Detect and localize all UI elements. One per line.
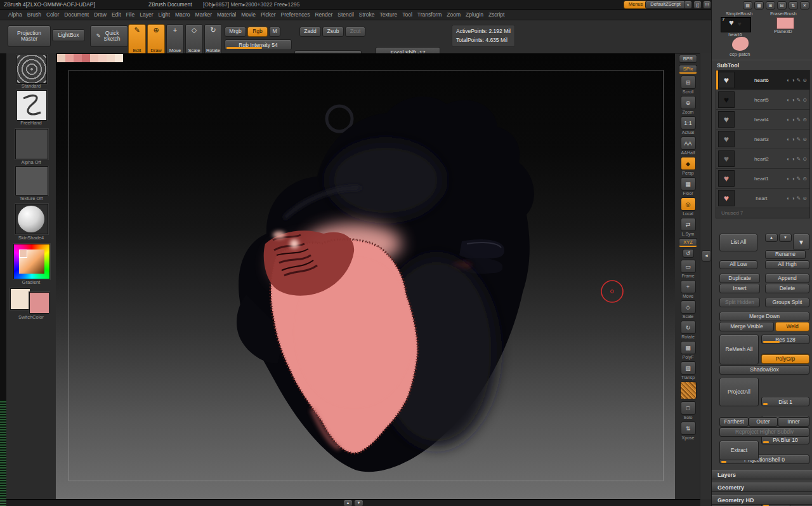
visibility-icon[interactable]: ◐ — [787, 176, 790, 182]
all-low-button[interactable]: All Low — [719, 260, 757, 269]
rgb-button[interactable]: Rgb — [247, 27, 268, 37]
farthest-button[interactable]: Farthest — [719, 417, 749, 427]
render-icon[interactable]: ◑ — [792, 97, 795, 103]
right-toolbar-item[interactable]: ⇅ Xpose — [681, 422, 696, 440]
subtool-header[interactable]: SubTool — [712, 60, 812, 70]
render-icon[interactable]: ◑ — [792, 136, 795, 142]
move-subtool-up-button[interactable]: ▲ — [765, 234, 778, 242]
render-icon[interactable]: ◑ — [792, 156, 795, 162]
ccp-patch-thumbnail[interactable] — [732, 37, 749, 51]
target-icon[interactable]: ⊙ — [802, 136, 807, 142]
polypaint-icon[interactable]: ✎ — [797, 117, 801, 123]
target-icon[interactable]: ⊙ — [802, 156, 807, 162]
polypaint-icon[interactable]: ✎ — [797, 136, 801, 142]
shadowbox-button[interactable]: ShadowBox — [719, 365, 809, 375]
inner-button[interactable]: Inner — [778, 417, 809, 427]
lightbox-button[interactable]: LightBox — [52, 29, 85, 41]
render-icon[interactable]: ◑ — [792, 117, 795, 123]
right-toolbar-item[interactable]: ◆ Persp — [681, 157, 696, 175]
palette-section-header[interactable]: Geometry — [712, 483, 812, 492]
menu-item[interactable]: Marker — [195, 11, 212, 18]
projectall-button[interactable]: ProjectAll — [719, 378, 759, 406]
edit-button[interactable]: ✎Edit — [128, 24, 146, 56]
current-brush-thumbnail[interactable] — [16, 55, 47, 84]
render-icon[interactable]: ◑ — [792, 77, 795, 83]
right-toolbar-item[interactable]: ▦ Floor — [681, 177, 696, 196]
list-all-button[interactable]: List All — [719, 234, 757, 251]
right-toolbar-item[interactable]: ▭ Frame — [681, 260, 696, 278]
right-toolbar-item[interactable]: □ Solo — [681, 401, 696, 420]
menu-item[interactable]: Texture — [379, 11, 397, 18]
scroll-up-arrow[interactable]: ▲ — [343, 500, 353, 506]
document-canvas[interactable] — [56, 53, 675, 499]
remesh-all-button[interactable]: ReMesh All — [719, 335, 759, 364]
menu-item[interactable]: File — [126, 11, 135, 18]
collapse-panel-arrow[interactable]: ◄ — [702, 250, 711, 262]
right-toolbar-item[interactable]: ⊞ Scroll — [681, 76, 696, 94]
menu-item[interactable]: Zoom — [447, 11, 461, 18]
polypaint-icon[interactable]: ✎ — [797, 176, 801, 182]
menu-item[interactable]: Document — [64, 11, 89, 18]
polypaint-icon[interactable]: ✎ — [797, 77, 801, 83]
right-toolbar-item[interactable]: BPR — [679, 55, 697, 63]
default-zscript-button[interactable]: DefaultZScript — [645, 1, 686, 9]
main-color-swatch[interactable] — [10, 288, 30, 310]
stroke-thumbnail[interactable] — [16, 90, 47, 121]
right-toolbar-item[interactable]: 1:1 Actual — [681, 116, 696, 135]
move-subtool-down-button[interactable]: ▼ — [779, 234, 792, 242]
menu-item[interactable]: Edit — [112, 11, 121, 18]
right-toolbar-item[interactable]: XYZ — [679, 238, 697, 247]
subtool-row[interactable]: ♥ heart3 ◐ ◑ ✎ ⊙ — [716, 130, 809, 149]
menu-item[interactable]: Zscript — [488, 11, 505, 18]
right-toolbar-item[interactable]: ▨ Transp — [681, 361, 696, 380]
color-picker[interactable] — [13, 244, 50, 279]
visibility-icon[interactable]: ◐ — [787, 196, 790, 201]
zadd-button[interactable]: Zadd — [299, 27, 321, 37]
subtool-row[interactable]: ♥ heart1 ◐ ◑ ✎ ⊙ — [716, 169, 809, 189]
right-toolbar-item[interactable]: AA AAHalf — [681, 136, 696, 155]
palette-header-icon[interactable]: ✕ — [800, 1, 809, 10]
playback-icon[interactable]: « — [684, 1, 692, 9]
render-icon[interactable]: ◑ — [792, 176, 795, 182]
plane3d-thumbnail[interactable] — [776, 17, 794, 29]
projection-master-button[interactable]: Projection Master — [8, 25, 51, 47]
menu-item[interactable]: Brush — [27, 11, 41, 18]
menu-item[interactable]: Movie — [241, 11, 256, 18]
scale-button[interactable]: ◇Scale — [185, 24, 203, 56]
weld-button[interactable]: Weld — [775, 322, 809, 331]
outer-button[interactable]: Outer — [749, 417, 778, 427]
subtool-row[interactable]: ♥ heart ◐ ◑ ✎ ⊙ — [716, 189, 809, 208]
menu-item[interactable]: Picker — [261, 11, 276, 18]
subtool-row[interactable]: ♥ heart4 ◐ ◑ ✎ ⊙ — [716, 110, 809, 130]
right-toolbar-item[interactable]: ◎ Local — [681, 197, 696, 216]
polygrp-button[interactable]: PolyGrp — [761, 354, 809, 364]
merge-down-button[interactable]: Merge Down — [719, 312, 809, 321]
menu-item[interactable]: Stroke — [359, 11, 375, 18]
polypaint-icon[interactable]: ✎ — [797, 196, 801, 201]
menu-item[interactable]: Zplugin — [466, 11, 483, 18]
palette-section-header[interactable]: Layers — [712, 470, 812, 479]
menu-item[interactable]: Render — [315, 11, 332, 18]
right-toolbar-item[interactable]: ⊕ Zoom — [681, 96, 696, 114]
playback-icon[interactable]: (( — [693, 1, 702, 9]
right-toolbar-item[interactable]: ◇ Scale — [681, 300, 696, 319]
visibility-icon[interactable]: ◐ — [787, 97, 790, 103]
m-button[interactable]: M — [269, 27, 280, 37]
draw-button[interactable]: ⊕Draw — [147, 24, 165, 56]
menu-item[interactable]: Macro — [175, 11, 190, 18]
palette-section-header[interactable]: Geometry HD — [712, 495, 812, 505]
menu-item[interactable]: Tool — [402, 11, 412, 18]
target-icon[interactable]: ⊙ — [802, 196, 807, 201]
target-icon[interactable]: ⊙ — [802, 117, 807, 123]
move-button[interactable]: +Move — [166, 24, 184, 56]
menu-item[interactable]: Draw — [94, 11, 107, 18]
palette-header-icon[interactable]: ⊞ — [766, 1, 775, 10]
alpha-thumbnail[interactable] — [15, 129, 48, 159]
visibility-icon[interactable]: ◐ — [787, 136, 790, 142]
groups-split-button[interactable]: Groups Split — [765, 298, 809, 307]
right-toolbar-item[interactable]: ⇄ L.Sym — [681, 218, 696, 236]
target-icon[interactable]: ⊙ — [802, 77, 807, 83]
right-toolbar-item[interactable]: ↺ — [683, 249, 694, 258]
palette-header-icon[interactable]: ⇅ — [789, 1, 798, 10]
merge-visible-button[interactable]: Merge Visible — [719, 322, 774, 331]
